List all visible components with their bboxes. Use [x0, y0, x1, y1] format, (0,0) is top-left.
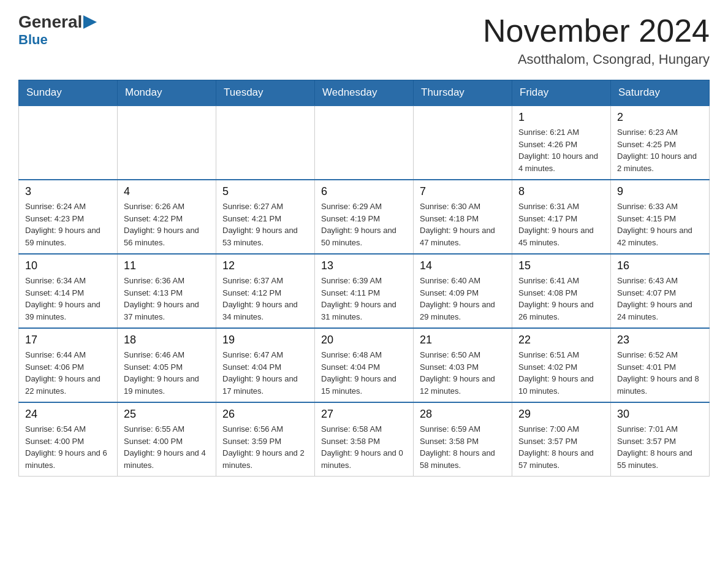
- day-number: 28: [420, 408, 506, 421]
- table-row: 26Sunrise: 6:56 AM Sunset: 3:59 PM Dayli…: [216, 402, 315, 477]
- table-row: 13Sunrise: 6:39 AM Sunset: 4:11 PM Dayli…: [315, 254, 414, 328]
- table-row: 17Sunrise: 6:44 AM Sunset: 4:06 PM Dayli…: [19, 328, 118, 402]
- day-info: Sunrise: 6:51 AM Sunset: 4:02 PM Dayligh…: [518, 349, 604, 397]
- day-number: 27: [321, 408, 407, 421]
- day-number: 10: [25, 259, 111, 272]
- logo-flag-icon: [83, 15, 97, 29]
- title-section: November 2024 Asotthalom, Csongrad, Hung…: [483, 12, 710, 67]
- day-info: Sunrise: 6:23 AM Sunset: 4:25 PM Dayligh…: [617, 126, 703, 174]
- day-info: Sunrise: 6:50 AM Sunset: 4:03 PM Dayligh…: [420, 349, 506, 397]
- table-row: [118, 105, 216, 180]
- day-info: Sunrise: 6:47 AM Sunset: 4:04 PM Dayligh…: [222, 349, 308, 397]
- day-info: Sunrise: 6:37 AM Sunset: 4:12 PM Dayligh…: [222, 275, 308, 323]
- day-info: Sunrise: 7:00 AM Sunset: 3:57 PM Dayligh…: [518, 423, 604, 471]
- page-header: General Blue November 2024 Asotthalom, C…: [18, 12, 710, 67]
- table-row: 29Sunrise: 7:00 AM Sunset: 3:57 PM Dayli…: [512, 402, 611, 477]
- table-row: 30Sunrise: 7:01 AM Sunset: 3:57 PM Dayli…: [611, 402, 710, 477]
- day-number: 3: [25, 185, 111, 198]
- table-row: 3Sunrise: 6:24 AM Sunset: 4:23 PM Daylig…: [19, 180, 118, 254]
- day-info: Sunrise: 6:29 AM Sunset: 4:19 PM Dayligh…: [321, 201, 407, 248]
- header-friday: Friday: [512, 80, 611, 106]
- table-row: 8Sunrise: 6:31 AM Sunset: 4:17 PM Daylig…: [512, 180, 611, 254]
- day-info: Sunrise: 6:24 AM Sunset: 4:23 PM Dayligh…: [25, 201, 111, 248]
- calendar-week-row: 17Sunrise: 6:44 AM Sunset: 4:06 PM Dayli…: [19, 328, 710, 402]
- day-info: Sunrise: 6:36 AM Sunset: 4:13 PM Dayligh…: [124, 275, 210, 323]
- table-row: 9Sunrise: 6:33 AM Sunset: 4:15 PM Daylig…: [611, 180, 710, 254]
- logo: General Blue: [18, 12, 97, 48]
- table-row: 24Sunrise: 6:54 AM Sunset: 4:00 PM Dayli…: [19, 402, 118, 477]
- header-saturday: Saturday: [611, 80, 710, 106]
- table-row: [216, 105, 315, 180]
- table-row: 16Sunrise: 6:43 AM Sunset: 4:07 PM Dayli…: [611, 254, 710, 328]
- day-number: 6: [321, 185, 407, 198]
- weekday-header-row: Sunday Monday Tuesday Wednesday Thursday…: [19, 80, 710, 106]
- day-info: Sunrise: 6:39 AM Sunset: 4:11 PM Dayligh…: [321, 275, 407, 323]
- day-info: Sunrise: 6:48 AM Sunset: 4:04 PM Dayligh…: [321, 349, 407, 397]
- day-info: Sunrise: 6:52 AM Sunset: 4:01 PM Dayligh…: [617, 349, 703, 397]
- day-number: 7: [420, 185, 506, 198]
- calendar-week-row: 10Sunrise: 6:34 AM Sunset: 4:14 PM Dayli…: [19, 254, 710, 328]
- day-info: Sunrise: 6:59 AM Sunset: 3:58 PM Dayligh…: [420, 423, 506, 471]
- day-number: 1: [518, 111, 604, 124]
- table-row: 2Sunrise: 6:23 AM Sunset: 4:25 PM Daylig…: [611, 105, 710, 180]
- day-number: 16: [617, 259, 703, 272]
- table-row: 20Sunrise: 6:48 AM Sunset: 4:04 PM Dayli…: [315, 328, 414, 402]
- location-text: Asotthalom, Csongrad, Hungary: [483, 52, 710, 67]
- day-info: Sunrise: 6:41 AM Sunset: 4:08 PM Dayligh…: [518, 275, 604, 323]
- day-number: 18: [124, 334, 210, 347]
- day-number: 21: [420, 334, 506, 347]
- table-row: 6Sunrise: 6:29 AM Sunset: 4:19 PM Daylig…: [315, 180, 414, 254]
- header-tuesday: Tuesday: [216, 80, 315, 106]
- day-number: 4: [124, 185, 210, 198]
- day-info: Sunrise: 6:30 AM Sunset: 4:18 PM Dayligh…: [420, 201, 506, 248]
- table-row: 22Sunrise: 6:51 AM Sunset: 4:02 PM Dayli…: [512, 328, 611, 402]
- day-info: Sunrise: 6:44 AM Sunset: 4:06 PM Dayligh…: [25, 349, 111, 397]
- day-number: 2: [617, 111, 703, 124]
- day-number: 26: [222, 408, 308, 421]
- table-row: [19, 105, 118, 180]
- table-row: [414, 105, 512, 180]
- table-row: 4Sunrise: 6:26 AM Sunset: 4:22 PM Daylig…: [118, 180, 216, 254]
- day-number: 20: [321, 334, 407, 347]
- header-monday: Monday: [118, 80, 216, 106]
- day-number: 19: [222, 334, 308, 347]
- table-row: 25Sunrise: 6:55 AM Sunset: 4:00 PM Dayli…: [118, 402, 216, 477]
- day-number: 29: [518, 408, 604, 421]
- day-info: Sunrise: 6:58 AM Sunset: 3:58 PM Dayligh…: [321, 423, 407, 471]
- day-number: 5: [222, 185, 308, 198]
- day-info: Sunrise: 7:01 AM Sunset: 3:57 PM Dayligh…: [617, 423, 703, 471]
- day-number: 11: [124, 259, 210, 272]
- calendar-table: Sunday Monday Tuesday Wednesday Thursday…: [18, 80, 710, 477]
- day-number: 15: [518, 259, 604, 272]
- logo-general-text: General: [18, 12, 82, 32]
- header-thursday: Thursday: [414, 80, 512, 106]
- day-number: 30: [617, 408, 703, 421]
- day-number: 22: [518, 334, 604, 347]
- day-info: Sunrise: 6:40 AM Sunset: 4:09 PM Dayligh…: [420, 275, 506, 323]
- table-row: 15Sunrise: 6:41 AM Sunset: 4:08 PM Dayli…: [512, 254, 611, 328]
- month-title: November 2024: [483, 12, 710, 49]
- day-number: 12: [222, 259, 308, 272]
- table-row: 11Sunrise: 6:36 AM Sunset: 4:13 PM Dayli…: [118, 254, 216, 328]
- calendar-week-row: 24Sunrise: 6:54 AM Sunset: 4:00 PM Dayli…: [19, 402, 710, 477]
- table-row: 5Sunrise: 6:27 AM Sunset: 4:21 PM Daylig…: [216, 180, 315, 254]
- table-row: 14Sunrise: 6:40 AM Sunset: 4:09 PM Dayli…: [414, 254, 512, 328]
- table-row: 27Sunrise: 6:58 AM Sunset: 3:58 PM Dayli…: [315, 402, 414, 477]
- header-sunday: Sunday: [19, 80, 118, 106]
- day-info: Sunrise: 6:54 AM Sunset: 4:00 PM Dayligh…: [25, 423, 111, 471]
- header-wednesday: Wednesday: [315, 80, 414, 106]
- day-info: Sunrise: 6:31 AM Sunset: 4:17 PM Dayligh…: [518, 201, 604, 248]
- table-row: [315, 105, 414, 180]
- day-info: Sunrise: 6:21 AM Sunset: 4:26 PM Dayligh…: [518, 126, 604, 174]
- day-info: Sunrise: 6:43 AM Sunset: 4:07 PM Dayligh…: [617, 275, 703, 323]
- svg-marker-0: [83, 15, 97, 29]
- table-row: 12Sunrise: 6:37 AM Sunset: 4:12 PM Dayli…: [216, 254, 315, 328]
- day-number: 14: [420, 259, 506, 272]
- day-info: Sunrise: 6:46 AM Sunset: 4:05 PM Dayligh…: [124, 349, 210, 397]
- table-row: 18Sunrise: 6:46 AM Sunset: 4:05 PM Dayli…: [118, 328, 216, 402]
- day-number: 25: [124, 408, 210, 421]
- day-number: 13: [321, 259, 407, 272]
- table-row: 28Sunrise: 6:59 AM Sunset: 3:58 PM Dayli…: [414, 402, 512, 477]
- day-number: 8: [518, 185, 604, 198]
- table-row: 21Sunrise: 6:50 AM Sunset: 4:03 PM Dayli…: [414, 328, 512, 402]
